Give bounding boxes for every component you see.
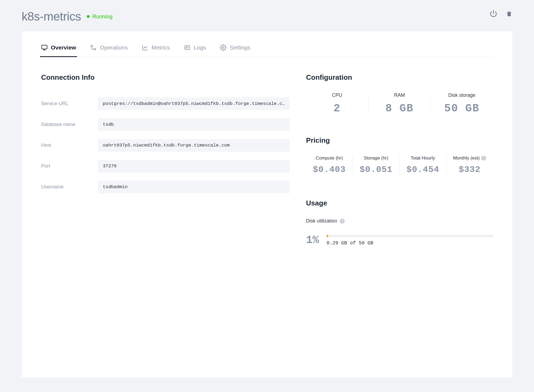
power-button[interactable] <box>490 10 497 17</box>
usage-label: Disk utilization <box>306 218 337 224</box>
config-cpu: CPU 2 <box>306 92 368 115</box>
field-database-name: Database name tsdb <box>41 118 290 131</box>
usage-heading: Usage <box>306 199 493 207</box>
page-header: k8s-metrics Running <box>22 0 512 31</box>
usage-progress-bar <box>327 235 493 237</box>
value-service-url[interactable]: postgres://tsdbadmin@oahrt037p5.niwcmd1f… <box>98 97 290 110</box>
field-host: Host oahrt037p5.niwcmd1fkb.tsdb.forge.ti… <box>41 139 290 152</box>
workflow-icon <box>90 44 97 51</box>
field-port: Port 37270 <box>41 160 290 172</box>
usage-detail: 0.29 GB of 50 GB <box>327 240 493 246</box>
tab-metrics[interactable]: Metrics <box>142 44 170 57</box>
configuration-heading: Configuration <box>306 73 493 82</box>
pricing-section: Pricing Compute (hr) $0.403 Storage (hr)… <box>306 136 493 175</box>
svg-rect-6 <box>185 46 190 49</box>
svg-rect-1 <box>42 45 47 49</box>
tab-bar: Overview Operations Metrics Logs Setting… <box>41 44 493 57</box>
tab-overview[interactable]: Overview <box>41 44 76 57</box>
value-port[interactable]: 37270 <box>98 160 290 172</box>
power-icon <box>490 10 497 17</box>
value-username[interactable]: tsdbadmin <box>98 181 290 193</box>
main-card: Overview Operations Metrics Logs Setting… <box>22 31 512 377</box>
field-service-url: Service URL postgres://tsdbadmin@oahrt03… <box>41 97 290 110</box>
chart-icon <box>142 44 148 51</box>
service-title: k8s-metrics <box>22 10 81 23</box>
pricing-total: Total Hourly $0.454 <box>400 155 446 175</box>
gear-icon <box>220 44 226 51</box>
pricing-storage: Storage (hr) $0.051 <box>353 155 400 175</box>
configuration-section: Configuration CPU 2 RAM 8 GB Disk storag… <box>306 73 493 115</box>
trash-icon <box>506 10 512 17</box>
tab-logs[interactable]: Logs <box>184 44 206 57</box>
config-disk: Disk storage 50 GB <box>431 92 493 115</box>
usage-percent: 1% <box>306 234 319 246</box>
tab-settings[interactable]: Settings <box>220 44 250 57</box>
config-ram: RAM 8 GB <box>368 92 431 115</box>
usage-section: Usage Disk utilization i 1% 0.29 GB of 5… <box>306 199 493 246</box>
pricing-heading: Pricing <box>306 136 493 145</box>
delete-button[interactable] <box>506 10 512 17</box>
monitor-icon <box>41 44 48 51</box>
pricing-monthly: Monthly (est) i $332 <box>446 155 493 175</box>
pricing-compute: Compute (hr) $0.403 <box>306 155 353 175</box>
info-icon[interactable]: i <box>481 156 486 161</box>
field-username: Username tsdbadmin <box>41 181 290 193</box>
tab-operations[interactable]: Operations <box>90 44 128 57</box>
log-icon <box>184 44 190 51</box>
status-label: Running <box>92 14 113 20</box>
status-badge: Running <box>87 14 113 20</box>
value-host[interactable]: oahrt037p5.niwcmd1fkb.tsdb.forge.timesca… <box>98 139 290 152</box>
connection-section: Connection Info Service URL postgres://t… <box>41 73 290 246</box>
usage-progress-fill <box>327 235 328 237</box>
value-database-name[interactable]: tsdb <box>98 118 290 131</box>
svg-point-9 <box>222 47 224 48</box>
connection-heading: Connection Info <box>41 73 290 82</box>
info-icon[interactable]: i <box>340 219 345 224</box>
status-dot-icon <box>87 15 90 18</box>
